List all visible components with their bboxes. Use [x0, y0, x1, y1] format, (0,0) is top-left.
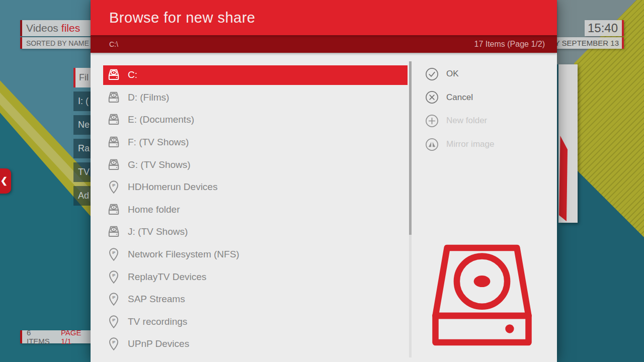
list-item[interactable]: E: (Documents) [103, 109, 408, 131]
page-title: Videos files [20, 20, 96, 36]
dialog-button-panel: OK Cancel New folder Mirror image [425, 62, 494, 156]
browse-share-dialog: Browse for new share C:\ 17 Items (Page … [91, 0, 557, 362]
list-item-label: SAP Streams [128, 294, 185, 305]
cross-circle-icon [425, 90, 439, 104]
network-ip-icon: IP [106, 292, 121, 307]
list-item[interactable]: IPNetwork Filesystem (NFS) [103, 243, 408, 266]
list-item-label: ReplayTV Devices [128, 272, 206, 283]
list-item[interactable]: C: [103, 64, 408, 86]
items-page-info: 17 Items (Page 1/2) [474, 40, 545, 49]
list-item-label: Home folder [128, 204, 180, 215]
sidebar-item[interactable]: Fil [73, 68, 91, 87]
hard-disk-icon [106, 224, 121, 239]
list-scrollbar[interactable] [409, 61, 412, 357]
background-sidebar: FilI: (NeRaTVAd [73, 68, 91, 210]
hard-disk-icon [106, 135, 121, 150]
network-ip-icon: IP [106, 314, 121, 329]
sidebar-item[interactable]: Ra [73, 139, 91, 158]
button-label: Cancel [446, 93, 473, 103]
page-title-primary: Videos [26, 22, 58, 34]
network-ip-icon: IP [106, 336, 121, 351]
sidebar-item[interactable]: TV [73, 162, 91, 182]
list-item[interactable]: F: (TV Shows) [103, 131, 408, 154]
sort-label: SORTED BY NAME [20, 37, 96, 49]
hard-disk-icon [106, 90, 121, 105]
sidebar-item[interactable]: I: ( [73, 92, 91, 111]
new-folder-button[interactable]: New folder [425, 109, 494, 133]
dialog-path-bar: C:\ 17 Items (Page 1/2) [91, 35, 557, 53]
clock: 15:40 [585, 20, 624, 36]
svg-text:IP: IP [112, 318, 116, 321]
list-item[interactable]: D: (Films) [103, 86, 408, 109]
list-item-label: J: (TV Shows) [128, 226, 188, 237]
list-item-label: F: (TV Shows) [128, 137, 189, 148]
list-item-label: C: [128, 69, 137, 80]
list-item-label: Network Filesystem (NFS) [128, 249, 239, 260]
list-item-label: D: (Films) [128, 92, 169, 103]
list-item[interactable]: G: (TV Shows) [103, 153, 408, 176]
network-ip-icon: IP [106, 269, 121, 285]
background-card [558, 64, 578, 223]
date-label: RDAY SEPTEMBER 13 [556, 37, 624, 49]
list-item-label: HDHomerun Devices [128, 182, 217, 193]
background-card-artwork [559, 136, 568, 221]
plus-circle-icon [425, 114, 439, 128]
network-ip-icon: IP [106, 247, 121, 262]
list-item[interactable]: IPSAP Streams [103, 288, 408, 311]
button-label: Mirror image [446, 139, 494, 149]
check-circle-icon [425, 67, 439, 81]
current-path: C:\ [109, 40, 118, 48]
dialog-header: Browse for new share [91, 0, 557, 35]
items-page-status: 6 ITEMS PAGE 1/1 [20, 330, 93, 343]
network-ip-icon: IP [106, 179, 121, 195]
list-item-label: E: (Documents) [128, 114, 194, 125]
list-item-label: G: (TV Shows) [128, 159, 191, 170]
button-label: OK [446, 69, 459, 79]
hard-disk-icon [429, 244, 535, 347]
mirror-image-button[interactable]: Mirror image [425, 133, 494, 156]
collapse-panel-button[interactable]: ❮ [0, 168, 11, 194]
svg-text:IP: IP [112, 184, 116, 187]
list-item[interactable]: J: (TV Shows) [103, 221, 408, 243]
hard-disk-icon [106, 157, 121, 172]
dialog-body: C: D: (Films) E: (Documents) F: (TV Show… [91, 53, 557, 362]
share-list: C: D: (Films) E: (Documents) F: (TV Show… [103, 64, 408, 355]
button-label: New folder [446, 116, 487, 126]
cancel-button[interactable]: Cancel [425, 86, 494, 110]
sidebar-item[interactable]: Ne [73, 115, 91, 135]
mirror-circle-icon [425, 138, 439, 151]
background-right [556, 0, 644, 362]
list-item[interactable]: IPReplayTV Devices [103, 265, 408, 288]
list-item[interactable]: Home folder [103, 199, 408, 221]
list-item-label: UPnP Devices [128, 338, 189, 349]
items-count: 6 ITEMS [27, 328, 55, 345]
page-indicator: PAGE 1/1 [61, 328, 93, 345]
page-title-secondary: files [61, 22, 80, 34]
sidebar-item[interactable]: Ad [73, 186, 91, 206]
scrollbar-thumb[interactable] [409, 61, 412, 235]
svg-text:IP: IP [112, 296, 116, 299]
svg-text:IP: IP [112, 273, 116, 277]
list-item-label: TV recordings [128, 316, 187, 327]
svg-text:IP: IP [112, 340, 116, 344]
hard-disk-icon [106, 202, 121, 217]
dialog-title: Browse for new share [109, 10, 255, 26]
svg-text:IP: IP [112, 251, 116, 254]
hard-disk-icon [106, 67, 121, 82]
hard-disk-icon [106, 112, 121, 127]
list-item[interactable]: IPTV recordings [103, 311, 408, 333]
list-item[interactable]: IPHDHomerun Devices [103, 176, 408, 199]
list-item[interactable]: IPUPnP Devices [103, 333, 408, 355]
chevron-left-icon: ❮ [1, 175, 8, 186]
ok-button[interactable]: OK [425, 62, 494, 86]
